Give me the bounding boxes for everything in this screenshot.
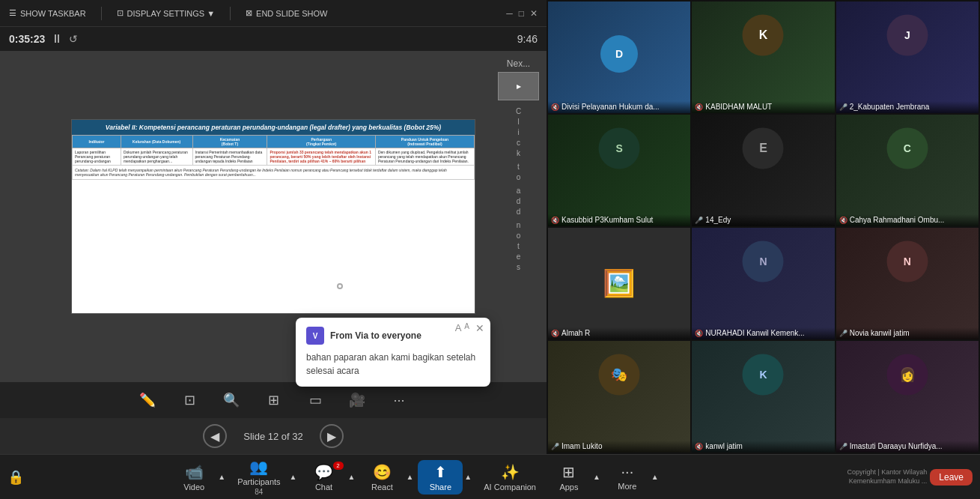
chat-close-btn[interactable]: ✕ <box>475 322 484 334</box>
taskbar-left: 🔒 <box>7 469 24 486</box>
chat-caret[interactable]: ▲ <box>347 470 357 484</box>
avatar-10: K <box>743 354 784 395</box>
react-caret[interactable]: ▲ <box>404 470 415 484</box>
react-btn[interactable]: 😊 React <box>359 460 404 495</box>
apps-caret[interactable]: ▲ <box>591 470 602 484</box>
reset-btn[interactable]: ↺ <box>69 33 78 45</box>
apps-btn-group: ⊞ Apps ▲ <box>547 460 602 495</box>
video-tile-3: S 🔇 Kasubbid P3Kumham Sulut <box>548 115 690 226</box>
video-caret[interactable]: ▲ <box>216 470 227 484</box>
slide-table: Indikator Kelurahan (Data Dokumen) Kecam… <box>72 135 475 180</box>
pause-btn[interactable]: ⏸ <box>51 32 63 46</box>
copy-tool[interactable]: ⊡ <box>176 387 203 414</box>
close-btn[interactable]: ✕ <box>530 8 538 19</box>
display-settings-btn[interactable]: ⊡ DISPLAY SETTINGS ▼ <box>117 8 215 18</box>
camera-tool[interactable]: 🎥 <box>344 387 371 414</box>
slide-nav: ◀ Slide 12 of 32 ▶ <box>0 418 547 454</box>
share-caret[interactable]: ▲ <box>463 470 473 484</box>
share-btn[interactable]: ⬆ Share <box>418 460 463 495</box>
slide-info: Slide 12 of 32 <box>236 431 311 442</box>
timer-controls: 0:35:23 ⏸ ↺ <box>9 32 78 46</box>
video-tile-1: K 🔇 KABIDHAM MALUT <box>692 1 834 113</box>
participants-btn-group: 👥 Participants 84 ▲ <box>230 455 298 499</box>
font-decrease-btn[interactable]: A <box>464 322 469 333</box>
toolbar-divider-2 <box>230 7 231 20</box>
stop-icon: ⊠ <box>246 8 252 18</box>
avatar-9: 🎭 <box>599 354 640 395</box>
mic-icon-4: 🎤 <box>695 217 703 224</box>
video-name-11: 🎤 Imastuti Daraayu Nurfidya... <box>836 441 979 453</box>
more-btn[interactable]: ··· More <box>605 460 650 494</box>
video-name-5: 🔇 Cahya Rahmadhani Ombu... <box>836 214 979 226</box>
show-taskbar-btn[interactable]: ☰ SHOW TASKBAR <box>9 8 86 18</box>
pointer-tool[interactable]: ⊞ <box>260 387 287 414</box>
mic-icon-11: 🎤 <box>839 443 847 450</box>
ai-btn-group: ✨ AI Companion <box>476 460 544 495</box>
copyright: Copyright | Kantor Wilayah Kemenkumham M… <box>837 468 927 486</box>
next-thumb[interactable]: ▶ <box>498 72 539 100</box>
more-caret[interactable]: ▲ <box>650 470 660 484</box>
video-name-7: 🔇 NURAHADI Kanwil Kemenk... <box>692 327 834 339</box>
ai-icon: ✨ <box>501 463 520 481</box>
mic-icon-7: 🔇 <box>695 330 703 337</box>
taskbar-right: Copyright | Kantor Wilayah Kemenkumham M… <box>808 468 973 486</box>
avatar-3: S <box>599 127 640 169</box>
chat-header: V From Via to everyone <box>306 327 480 345</box>
mic-icon-8: 🎤 <box>839 330 847 337</box>
timer-bar: 0:35:23 ⏸ ↺ 9:46 <box>0 27 547 51</box>
rect-tool[interactable]: ▭ <box>302 387 329 414</box>
video-name-8: 🎤 Novia kanwil jatim <box>836 327 979 339</box>
toolbar-divider-1 <box>101 7 102 20</box>
mic-icon-2: 🎤 <box>839 103 847 111</box>
video-grid: D 🔇 Divisi Pelayanan Hukum da... K 🔇 KAB… <box>547 0 980 454</box>
video-name-10: 🔇 kanwl jatim <box>692 441 834 453</box>
next-label: Nex... <box>507 58 530 69</box>
avatar-8: N <box>886 241 928 282</box>
ai-btn[interactable]: ✨ AI Companion <box>476 460 544 495</box>
react-icon: 😊 <box>373 463 392 481</box>
video-name-3: 🔇 Kasubbid P3Kumham Sulut <box>548 214 690 226</box>
mic-icon-10: 🔇 <box>695 443 703 450</box>
participants-caret[interactable]: ▲ <box>288 470 299 484</box>
share-icon: ⬆ <box>434 463 447 481</box>
security-btn[interactable]: 🔒 <box>7 469 24 486</box>
more-tools[interactable]: ··· <box>386 387 413 414</box>
click-notes: Click to add notes <box>516 106 521 273</box>
video-tile-2: J 🎤 2_Kabupaten Jembrana <box>836 1 979 113</box>
zoom-tool[interactable]: 🔍 <box>218 387 245 414</box>
top-toolbar: ☰ SHOW TASKBAR ⊡ DISPLAY SETTINGS ▼ ⊠ EN… <box>0 0 547 27</box>
taskbar-icon: ☰ <box>9 8 16 18</box>
end-slideshow-btn[interactable]: ⊠ END SLIDE SHOW <box>246 8 327 18</box>
share-btn-group: ⬆ Share ▲ <box>418 460 473 495</box>
leave-btn[interactable]: Leave <box>930 469 973 486</box>
video-name-6: 🔇 Almah R <box>548 327 690 339</box>
prev-slide-btn[interactable]: ◀ <box>203 424 227 448</box>
placeholder-icon-6: 🖼️ <box>603 268 636 299</box>
security-icon: 🔒 <box>7 469 24 486</box>
mic-icon-3: 🔇 <box>551 217 559 224</box>
chat-bubble: ✕ A A V From Via to everyone bahan papar… <box>296 318 490 387</box>
minimize-btn[interactable]: ─ <box>506 8 513 19</box>
taskbar: 🔒 📹 Video ▲ 👥 Participants 84 ▲ 💬 Chat <box>0 454 980 499</box>
pen-tool[interactable]: ✏️ <box>134 387 161 414</box>
chat-from: From Via to everyone <box>330 330 421 341</box>
avatar-5: C <box>886 127 928 169</box>
chat-btn[interactable]: 💬 Chat 2 <box>302 460 347 495</box>
participants-btn[interactable]: 👥 Participants 84 <box>230 455 287 499</box>
avatar-1: K <box>743 14 784 55</box>
video-name-9: 🎤 Imam Lukito <box>548 441 690 453</box>
avatar-11: 👩 <box>886 354 928 395</box>
video-tile-0: D 🔇 Divisi Pelayanan Hukum da... <box>548 1 690 113</box>
font-increase-btn[interactable]: A <box>455 322 462 333</box>
display-icon: ⊡ <box>117 8 124 18</box>
next-slide-btn[interactable]: ▶ <box>320 424 344 448</box>
mic-icon-6: 🔇 <box>551 330 559 337</box>
mic-icon-5: 🔇 <box>839 217 847 224</box>
chat-font-controls: A A <box>455 322 469 333</box>
maximize-btn[interactable]: □ <box>519 8 524 19</box>
chat-icon: 💬 <box>314 463 333 481</box>
video-tile-7: N 🔇 NURAHADI Kanwil Kemenk... <box>692 228 834 339</box>
apps-btn[interactable]: ⊞ Apps <box>547 460 591 495</box>
video-btn[interactable]: 📹 Video <box>171 460 216 495</box>
main-container: ☰ SHOW TASKBAR ⊡ DISPLAY SETTINGS ▼ ⊠ EN… <box>0 0 980 454</box>
